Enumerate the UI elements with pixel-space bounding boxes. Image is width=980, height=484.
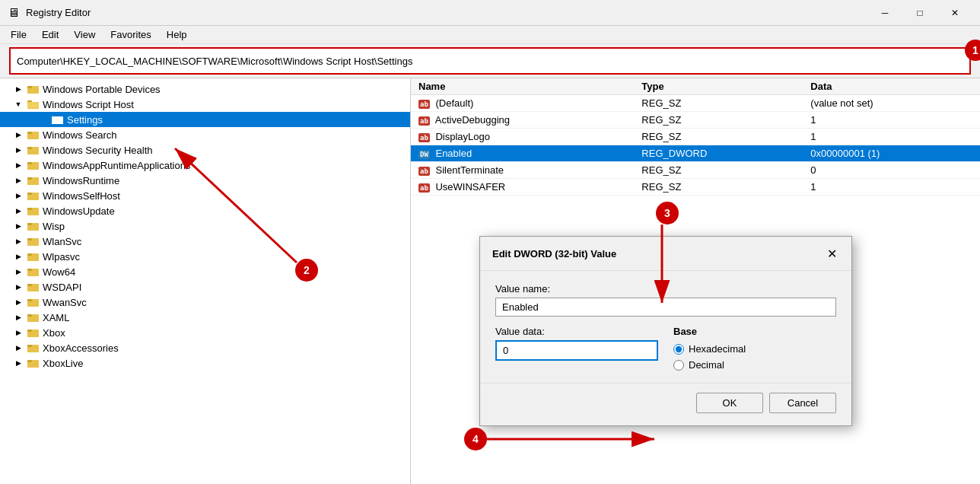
svg-rect-40 <box>27 285 39 291</box>
tree-item-wlpasvc[interactable]: Wlpasvc <box>0 249 410 264</box>
dialog-close-button[interactable]: ✕ <box>821 243 842 264</box>
svg-rect-26 <box>27 208 32 210</box>
tree-item-windows-selfhost[interactable]: WindowsSelfHost <box>0 188 410 203</box>
tree-arrow <box>12 281 24 293</box>
tree-item-wow64[interactable]: Wow64 <box>0 264 410 279</box>
svg-rect-13 <box>27 148 39 154</box>
tree-arrow <box>12 98 24 110</box>
registry-table: Name Type Data ab (Default) REG_SZ (valu… <box>411 78 980 196</box>
tree-item-windows-runtime[interactable]: WindowsRuntime <box>0 173 410 188</box>
svg-rect-49 <box>27 331 39 337</box>
value-name-input[interactable]: Enabled <box>495 298 836 317</box>
col-type: Type <box>634 78 803 95</box>
svg-rect-32 <box>27 238 32 240</box>
svg-rect-34 <box>27 255 39 261</box>
folder-icon <box>27 297 40 307</box>
tree-item-windows-security-health[interactable]: Windows Security Health <box>0 142 410 158</box>
tree-item-label: XboxLive <box>43 358 83 369</box>
folder-icon <box>27 205 40 216</box>
tree-item-xbox-accessories[interactable]: XboxAccessories <box>0 340 410 355</box>
folder-icon <box>27 175 40 186</box>
tree-arrow <box>12 357 24 369</box>
table-row[interactable]: ab DisplayLogo REG_SZ 1 <box>411 129 980 145</box>
svg-rect-10 <box>27 133 39 139</box>
ok-button[interactable]: OK <box>696 393 763 413</box>
menu-edit[interactable]: Edit <box>34 27 66 42</box>
svg-rect-20 <box>27 177 32 180</box>
tree-item-label: WindowsRuntime <box>43 175 119 186</box>
app-window: 🖥 Registry Editor ─ □ ✕ File Edit View F… <box>0 0 980 484</box>
tree-arrow <box>12 220 24 232</box>
address-input[interactable]: Computer\HKEY_LOCAL_MACHINE\SOFTWARE\Mic… <box>17 56 963 67</box>
tree-panel[interactable]: Windows Portable Devices Windows Script … <box>0 78 411 484</box>
tree-item-wsdapi[interactable]: WSDAPI <box>0 279 410 295</box>
svg-rect-23 <box>27 193 32 195</box>
tree-item-xaml[interactable]: XAML <box>0 310 410 325</box>
tree-arrow <box>12 174 24 186</box>
tree-item-label: WlanSvc <box>43 236 81 247</box>
tree-item-wwansvc[interactable]: WwanSvc <box>0 295 410 310</box>
svg-rect-8 <box>52 116 56 119</box>
svg-rect-25 <box>27 209 39 215</box>
close-button[interactable]: ✕ <box>937 0 972 26</box>
menu-view[interactable]: View <box>66 27 103 42</box>
tree-item-xbox-live[interactable]: XboxLive <box>0 355 410 371</box>
folder-icon <box>27 190 40 201</box>
app-title: Registry Editor <box>26 7 91 18</box>
tree-item-xbox[interactable]: Xbox <box>0 325 410 340</box>
folder-icon <box>27 358 40 368</box>
menu-help[interactable]: Help <box>159 27 195 42</box>
row-data: 1 <box>803 129 980 145</box>
tree-arrow <box>12 235 24 247</box>
row-name: ab ActiveDebugging <box>411 112 634 129</box>
radio-decimal[interactable]: Decimal <box>673 359 836 371</box>
tree-item-wisp[interactable]: Wisp <box>0 218 410 234</box>
tree-item-label: WSDAPI <box>43 282 81 293</box>
table-row[interactable]: ab ActiveDebugging REG_SZ 1 <box>411 112 980 129</box>
row-type: REG_DWORD <box>634 145 803 162</box>
svg-rect-19 <box>27 179 39 185</box>
radio-hex-input[interactable] <box>673 344 684 355</box>
title-bar: 🖥 Registry Editor ─ □ ✕ <box>0 0 980 26</box>
base-section: Base Hexadecimal Decimal <box>673 326 836 371</box>
tree-item-wlansvc[interactable]: WlanSvc <box>0 234 410 249</box>
table-row-enabled[interactable]: DW Enabled REG_DWORD 0x00000001 (1) <box>411 145 980 162</box>
table-row[interactable]: ab (Default) REG_SZ (value not set) <box>411 95 980 112</box>
menu-bar: File Edit View Favorites Help <box>0 26 980 44</box>
radio-hexadecimal[interactable]: Hexadecimal <box>673 343 836 355</box>
value-data-label: Value data: <box>495 326 658 337</box>
maximize-button[interactable]: □ <box>902 0 937 26</box>
tree-item-windows-update[interactable]: WindowsUpdate <box>0 203 410 218</box>
address-bar: Computer\HKEY_LOCAL_MACHINE\SOFTWARE\Mic… <box>9 47 971 75</box>
tree-item-settings[interactable]: Settings <box>0 112 410 127</box>
row-type: REG_SZ <box>634 129 803 145</box>
row-data: (value not set) <box>803 95 980 112</box>
tree-item-label: Wlpasvc <box>43 251 80 263</box>
menu-file[interactable]: File <box>3 27 34 42</box>
table-row[interactable]: ab SilentTerminate REG_SZ 0 <box>411 162 980 179</box>
tree-item-label: Wisp <box>43 221 65 232</box>
tree-item-label: Windows Security Health <box>43 145 153 156</box>
folder-icon <box>27 312 40 323</box>
dialog-body: Value name: Enabled Value data: 0 Base H… <box>480 271 851 383</box>
tree-item-windows-script-host[interactable]: Windows Script Host <box>0 97 410 112</box>
menu-favorites[interactable]: Favorites <box>103 27 158 42</box>
minimize-button[interactable]: ─ <box>867 0 902 26</box>
row-type: REG_SZ <box>634 112 803 129</box>
svg-rect-22 <box>27 194 39 200</box>
cancel-button[interactable]: Cancel <box>769 393 836 413</box>
tree-item-label: Windows Search <box>43 129 117 141</box>
tree-item-windows-app-runtime[interactable]: WindowsAppRuntimeApplications <box>0 158 410 173</box>
table-row[interactable]: ab UseWINSAFER REG_SZ 1 <box>411 179 980 196</box>
tree-item-windows-search[interactable]: Windows Search <box>0 127 410 142</box>
folder-icon <box>27 342 40 353</box>
tree-item-windows-portable-devices[interactable]: Windows Portable Devices <box>0 81 410 97</box>
svg-rect-46 <box>27 316 39 322</box>
tree-item-label: XboxAccessories <box>43 342 119 354</box>
radio-dec-input[interactable] <box>673 360 684 371</box>
tree-arrow <box>12 296 24 308</box>
row-name: ab (Default) <box>411 95 634 112</box>
base-label: Base <box>673 326 836 337</box>
value-data-input[interactable]: 0 <box>495 340 658 361</box>
tree-item-label: WindowsAppRuntimeApplications <box>43 160 190 171</box>
